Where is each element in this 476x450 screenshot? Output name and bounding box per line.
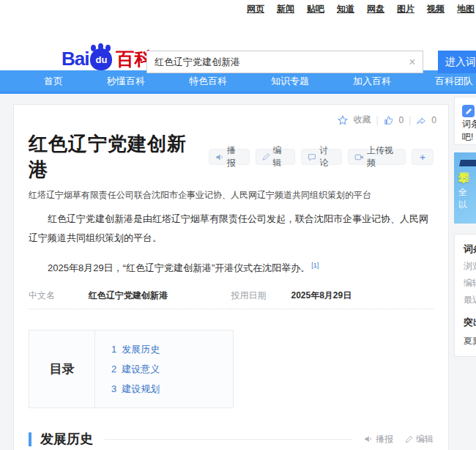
nav-item-tese[interactable]: 特色百科 xyxy=(167,75,249,88)
topnav-link-video[interactable]: 视频 xyxy=(427,3,445,15)
thumbs-up-icon[interactable] xyxy=(384,115,394,125)
article-card: 收藏 | 0 | 0 红色辽宁党建创新港 播报 编辑 xyxy=(13,104,449,450)
toc-label: 建设规划 xyxy=(122,383,160,394)
nav-item-team[interactable]: 百科团队 xyxy=(413,75,476,88)
share-icon[interactable] xyxy=(416,115,426,125)
promo-banner[interactable]: 攀 全 以 xyxy=(454,152,476,224)
header: Bai du 百科 × 进入词条 xyxy=(0,18,476,70)
section-header-history: 发展历史 播报 编辑 xyxy=(29,430,434,448)
edit-label: 编辑 xyxy=(273,144,289,169)
statistics-title: 词条统计 xyxy=(464,243,476,256)
toc-title: 目录 xyxy=(29,331,95,407)
entry-statistics-card: 词条统计 浏览次数： 编辑次数： 最近更新： 突出贡献榜 夏翼 xyxy=(454,234,476,357)
video-icon xyxy=(354,152,364,162)
table-of-contents: 目录 1发展历史 2建设意义 3建设规划 xyxy=(29,330,234,408)
toc-label: 发展历史 xyxy=(122,344,160,355)
stat-edit-count: 编辑次数： xyxy=(464,277,476,289)
broadcast-label: 播报 xyxy=(227,144,243,169)
pencil-icon xyxy=(405,435,413,443)
search-box: × xyxy=(146,51,423,73)
toc-num: 1 xyxy=(111,344,116,355)
topnav-link-pan[interactable]: 网盘 xyxy=(367,3,384,15)
baidu-paw-icon: du xyxy=(90,48,112,70)
edit-promo-card[interactable]: 词条 吧! xyxy=(454,97,476,145)
toc-item-plan[interactable]: 3建设规划 xyxy=(111,379,233,399)
more-add-button[interactable]: ＋ xyxy=(412,149,434,165)
stat-view-count: 浏览次数： xyxy=(464,260,476,273)
topnav-link-image[interactable]: 图片 xyxy=(397,3,414,15)
infobox-row-open-date: 投用日期 2025年8月29日 xyxy=(231,289,434,309)
toc-item-history[interactable]: 1发展历史 xyxy=(111,339,233,359)
upload-video-label: 上传视频 xyxy=(367,144,399,169)
star-icon[interactable] xyxy=(338,115,348,125)
page-title: 红色辽宁党建创新港 xyxy=(29,131,198,182)
contributors-title: 突出贡献榜 xyxy=(464,316,476,329)
contributor-name[interactable]: 夏翼 xyxy=(464,335,476,347)
toc-item-significance[interactable]: 2建设意义 xyxy=(111,359,233,379)
section-broadcast-button[interactable]: 播报 xyxy=(364,433,393,446)
share-count: 0 xyxy=(431,115,436,125)
like-count: 0 xyxy=(399,115,404,125)
section-title: 发展历史 xyxy=(40,430,93,448)
topnav-link-web[interactable]: 网页 xyxy=(247,3,264,15)
right-sidebar: 词条 吧! 攀 全 以 词条统计 浏览次数： 编辑次数： 最近更新： 突出贡献榜… xyxy=(454,97,476,357)
discuss-label: 讨论 xyxy=(319,144,335,169)
nav-item-zhuanti[interactable]: 知识专题 xyxy=(249,75,331,88)
promo-line-1: 词条 xyxy=(462,119,476,129)
broadcast-button[interactable]: 播报 xyxy=(209,149,250,165)
edit-icon xyxy=(462,105,475,117)
divider: | xyxy=(376,115,378,125)
discuss-button[interactable]: 讨论 xyxy=(301,149,342,165)
topnav-link-zhidao[interactable]: 知道 xyxy=(337,3,354,15)
banner-ribbon xyxy=(459,160,476,166)
nav-item-join[interactable]: 加入百科 xyxy=(331,75,413,88)
title-row: 红色辽宁党建创新港 播报 编辑 讨论 上传视频 ＋ xyxy=(29,131,434,182)
topnav-link-news[interactable]: 新闻 xyxy=(277,3,294,15)
upload-video-button[interactable]: 上传视频 xyxy=(348,149,406,165)
reference-link[interactable]: [1] xyxy=(311,262,319,269)
chat-icon xyxy=(308,152,316,162)
promo-line-2: 吧! xyxy=(462,132,473,142)
lead-paragraph-2-text: 2025年8月29日，“红色辽宁党建创新港”开港仪式在沈阳举办。 xyxy=(48,262,310,273)
divider: | xyxy=(409,115,411,125)
search-input[interactable] xyxy=(147,56,402,67)
pencil-icon xyxy=(262,152,270,161)
banner-line-2: 以 xyxy=(458,199,476,211)
toc-num: 2 xyxy=(111,364,116,375)
banner-line-1: 全 xyxy=(458,186,476,199)
article-summary: 红塔辽宁烟草有限责任公司联合沈阳市企事业记协、人民网辽宁频道共同组织策划的平台 xyxy=(29,189,434,202)
topnav-link-map[interactable]: 地图 xyxy=(457,3,475,15)
nav-item-home[interactable]: 首页 xyxy=(22,75,85,88)
section-divider-line xyxy=(105,439,352,440)
lead-paragraph-2: 2025年8月29日，“红色辽宁党建创新港”开港仪式在沈阳举办。[1] xyxy=(29,256,434,278)
section-accent-bar xyxy=(29,432,31,446)
edit-button[interactable]: 编辑 xyxy=(256,149,296,165)
infobox-label: 投用日期 xyxy=(231,289,291,302)
section-edit-button[interactable]: 编辑 xyxy=(405,433,434,446)
lead-paragraph-1: 红色辽宁党建创新港是由红塔辽宁烟草有限责任公司发起，联合沈阳市企事业记协、人民网… xyxy=(29,210,434,248)
infobox-label: 中文名 xyxy=(29,289,89,302)
primary-nav: 首页 秒懂百科 特色百科 知识专题 加入百科 百科团队 权威合作 xyxy=(0,70,476,94)
logo-text-du: du xyxy=(90,54,112,65)
infobox-value: 2025年8月29日 xyxy=(291,289,352,302)
enter-entry-button[interactable]: 进入词条 xyxy=(438,51,476,73)
speaker-icon xyxy=(215,152,224,162)
speaker-icon xyxy=(364,435,373,443)
page-body: 收藏 | 0 | 0 红色辽宁党建创新港 播报 编辑 xyxy=(0,94,476,450)
nav-item-miaodong[interactable]: 秒懂百科 xyxy=(85,75,167,88)
section-edit-label: 编辑 xyxy=(416,433,434,446)
banner-highlight-text: 攀 xyxy=(458,171,476,186)
infobox: 中文名 红色辽宁党建创新港 投用日期 2025年8月29日 xyxy=(29,289,434,309)
toc-num: 3 xyxy=(111,383,116,394)
clear-icon[interactable]: × xyxy=(402,56,423,69)
section-broadcast-label: 播报 xyxy=(376,433,393,446)
stat-last-update: 最近更新： xyxy=(464,294,476,306)
topnav-link-tieba[interactable]: 贴吧 xyxy=(307,3,324,15)
baidu-baike-logo[interactable]: Bai du 百科 xyxy=(62,47,152,71)
infobox-row-chinese-name: 中文名 红色辽宁党建创新港 xyxy=(29,289,231,309)
top-utility-nav: 网页 新闻 贴吧 知道 网盘 图片 视频 地图 文库 xyxy=(0,0,476,18)
infobox-value: 红色辽宁党建创新港 xyxy=(89,289,168,302)
collect-label[interactable]: 收藏 xyxy=(353,114,371,126)
logo-text-bai: Bai xyxy=(62,48,89,70)
article-actions: 收藏 | 0 | 0 xyxy=(338,114,436,126)
